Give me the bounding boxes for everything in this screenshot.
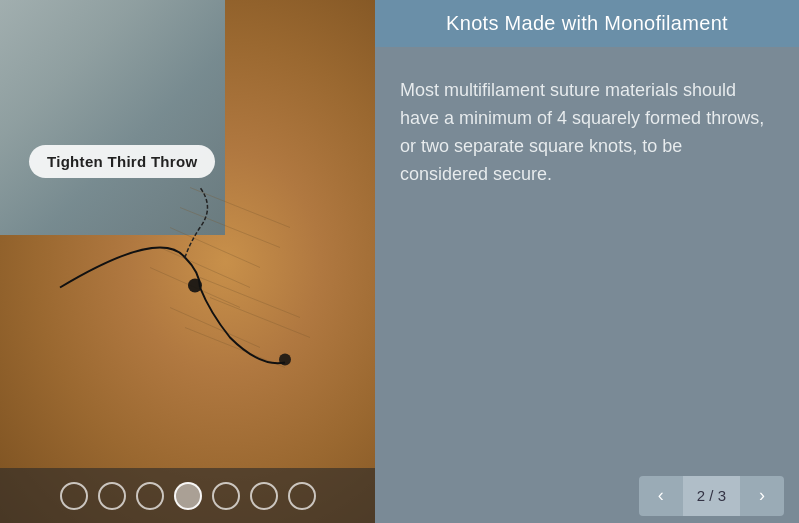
- panel-title: Knots Made with Monofilament: [446, 12, 728, 34]
- dot-1[interactable]: [60, 482, 88, 510]
- right-header: Knots Made with Monofilament: [375, 0, 799, 47]
- prev-button[interactable]: ‹: [639, 476, 683, 516]
- main-container: Tighten Third Throw Knots Made with Mono…: [0, 0, 799, 523]
- image-panel: Tighten Third Throw: [0, 0, 375, 523]
- right-panel: Knots Made with Monofilament Most multif…: [375, 0, 799, 523]
- body-text: Most multifilament suture materials shou…: [400, 77, 774, 189]
- chevron-left-icon: ‹: [658, 485, 664, 506]
- chevron-right-icon: ›: [759, 485, 765, 506]
- dot-7[interactable]: [288, 482, 316, 510]
- dot-3[interactable]: [136, 482, 164, 510]
- dot-5[interactable]: [212, 482, 240, 510]
- dot-6[interactable]: [250, 482, 278, 510]
- page-navigation: ‹ 2 / 3 ›: [375, 468, 799, 523]
- dot-4[interactable]: [174, 482, 202, 510]
- dots-navigation: [0, 468, 375, 523]
- next-button[interactable]: ›: [740, 476, 784, 516]
- dot-2[interactable]: [98, 482, 126, 510]
- page-indicator: 2 / 3: [683, 476, 740, 516]
- image-label: Tighten Third Throw: [29, 145, 215, 178]
- content-area: Most multifilament suture materials shou…: [375, 47, 799, 468]
- fabric-texture: [0, 0, 225, 235]
